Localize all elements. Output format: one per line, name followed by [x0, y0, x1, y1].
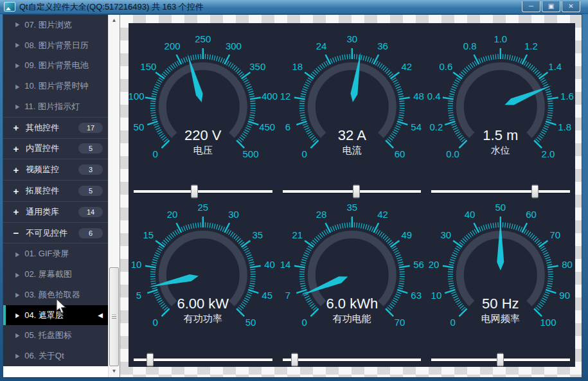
plus-icon[interactable]: + [12, 122, 20, 133]
gauge-row-bottom: 051015202530354045506.00 kW有功功率071421283… [129, 199, 575, 352]
slider-handle[interactable] [497, 353, 504, 367]
tree-item-label: 拓展控件 [26, 185, 59, 197]
minus-icon[interactable]: − [12, 227, 20, 238]
plus-icon[interactable]: + [12, 143, 20, 154]
chevron-right-icon[interactable]: ▶ [15, 353, 19, 360]
gauge-tick-label: 36 [377, 40, 388, 51]
gauge-current: 0612182430364248546032 A电流 [278, 23, 427, 184]
gauge-tick-label: 15 [143, 229, 154, 240]
gauge-active-energy: 071421283542495663706.0 kWh有功电能 [278, 199, 427, 352]
app-icon [4, 2, 15, 12]
window-controls: ─ ▣ ✕ [521, 1, 580, 12]
tree-item-4[interactable]: ▶11. 图片指示灯 [3, 96, 108, 117]
gauge-name-label: 有功功率 [184, 313, 222, 324]
gauge-row-top: 050100150200250300350400450500220 V电压061… [129, 23, 575, 184]
gauge-tick-label: 0 [152, 148, 157, 159]
gauge-tick-label: 0 [301, 148, 307, 159]
slider-track[interactable] [283, 190, 422, 193]
tree-item-13[interactable]: ▶03. 颜色拾取器 [3, 285, 108, 305]
gauge-tick-label: 300 [226, 40, 242, 51]
tree-item-16[interactable]: ▶06. 关于Qt [3, 346, 108, 366]
slider-handle[interactable] [531, 185, 539, 199]
gauge-tick-label: 42 [401, 61, 412, 72]
tree-item-7[interactable]: +视频监控3 [3, 159, 108, 180]
chevron-right-icon[interactable]: ▶ [15, 21, 19, 28]
sidebar-scrollbar[interactable]: ▲ ▼ [108, 15, 120, 377]
gauge-tick-label: 500 [243, 148, 259, 159]
slider-water-level [426, 184, 575, 199]
maximize-button[interactable]: ▣ [542, 1, 560, 12]
tree-item-6[interactable]: +内置控件5 [3, 138, 108, 159]
gauge-name-label: 有功电能 [332, 313, 371, 324]
tree-item-14[interactable]: ▶04. 遮罩层◀ [3, 305, 108, 326]
gauge-tick-label: 20 [167, 209, 178, 220]
plus-icon[interactable]: + [12, 206, 20, 217]
slider-handle[interactable] [291, 353, 298, 367]
gauge-tick-label: 250 [195, 33, 211, 44]
gauge-tick-label: 14 [280, 259, 290, 270]
scroll-up-icon[interactable]: ▲ [109, 16, 120, 25]
gauge-tick-label: 18 [292, 61, 303, 72]
gauge-tick-label: 10 [131, 259, 142, 270]
gauge-tick-label: 49 [401, 229, 412, 240]
tree-item-11[interactable]: ▶01. GIF录屏 [3, 243, 108, 264]
gauge-tick-label: 0 [301, 317, 307, 328]
plus-icon[interactable]: + [12, 186, 20, 197]
minimize-button[interactable]: ─ [522, 1, 540, 12]
gauge-tick-label: 56 [413, 259, 424, 270]
tree-item-15[interactable]: ▶05. 托盘图标 [3, 325, 108, 346]
chevron-right-icon[interactable]: ▶ [15, 251, 19, 258]
slider-track[interactable] [134, 190, 272, 193]
gauge-tick-label: 90 [560, 290, 571, 301]
slider-track[interactable] [283, 359, 422, 361]
tree-item-10[interactable]: −不可见控件6 [3, 222, 108, 244]
count-badge: 14 [78, 207, 103, 217]
chevron-right-icon[interactable]: ▶ [15, 332, 19, 339]
transparency-checkerboard: 050100150200250300350400450500220 V电压061… [120, 15, 582, 377]
gauge-tick-label: 20 [429, 259, 440, 270]
tree-item-label: 视频监控 [26, 164, 59, 175]
gauge-value-text: 50 Hz [482, 296, 519, 312]
tree-item-label: 内置控件 [26, 143, 59, 154]
tree-item-12[interactable]: ▶02. 屏幕截图 [3, 264, 108, 285]
tree-item-2[interactable]: ▶09. 图片背景电池 [3, 56, 108, 76]
chevron-right-icon[interactable]: ▶ [15, 83, 19, 90]
tree-item-label: 07. 图片浏览 [24, 19, 72, 31]
gauge-tick-label: 2.0 [542, 148, 555, 159]
slider-active-power [129, 352, 278, 368]
tree-item-0[interactable]: ▶07. 图片浏览 [3, 15, 108, 35]
chevron-right-icon[interactable]: ▶ [15, 312, 19, 319]
gauge-value-text: 6.00 kW [177, 296, 229, 312]
chevron-right-icon[interactable]: ▶ [15, 103, 19, 111]
slider-row-top [129, 184, 575, 199]
gauge-cell-current: 0612182430364248546032 A电流 [278, 23, 427, 184]
chevron-right-icon[interactable]: ▶ [15, 291, 19, 298]
gauge-tick-label: 60 [394, 148, 405, 159]
title-bar: Qt自定义控件大全(QQ:517216493) 共 163 个控件 ─ ▣ ✕ [0, 0, 588, 14]
slider-handle[interactable] [191, 185, 198, 199]
gauge-tick-label: 6 [285, 121, 290, 132]
slider-track[interactable] [134, 359, 272, 361]
scrollbar-thumb[interactable] [109, 267, 119, 366]
gauge-tick-label: 1.8 [558, 121, 571, 132]
gauge-tick-label: 0 [450, 317, 456, 328]
scroll-down-icon[interactable]: ▼ [109, 367, 120, 376]
chevron-right-icon[interactable]: ▶ [15, 42, 19, 49]
tree-item-8[interactable]: +拓展控件5 [3, 180, 108, 201]
slider-handle[interactable] [353, 185, 360, 199]
tree-item-3[interactable]: ▶10. 图片背景时钟 [3, 76, 108, 96]
gauge-tick-label: 450 [259, 121, 275, 132]
slider-handle[interactable] [147, 353, 154, 367]
close-button[interactable]: ✕ [562, 1, 580, 12]
slider-track[interactable] [431, 190, 570, 193]
tree-item-label: 不可见控件 [26, 227, 67, 239]
plus-icon[interactable]: + [12, 164, 20, 175]
chevron-right-icon[interactable]: ▶ [15, 62, 19, 69]
tree-item-9[interactable]: +通用类库14 [3, 201, 108, 222]
tree-item-1[interactable]: ▶08. 图片背景日历 [3, 35, 108, 56]
tree-item-5[interactable]: +其他控件17 [3, 117, 108, 138]
chevron-right-icon[interactable]: ▶ [15, 271, 19, 278]
gauge-tick-label: 42 [377, 209, 388, 220]
gauge-cell-grid-frequency: 010203040506070809010050 Hz电网频率 [426, 199, 575, 352]
tree-item-label: 08. 图片背景日历 [24, 40, 89, 51]
